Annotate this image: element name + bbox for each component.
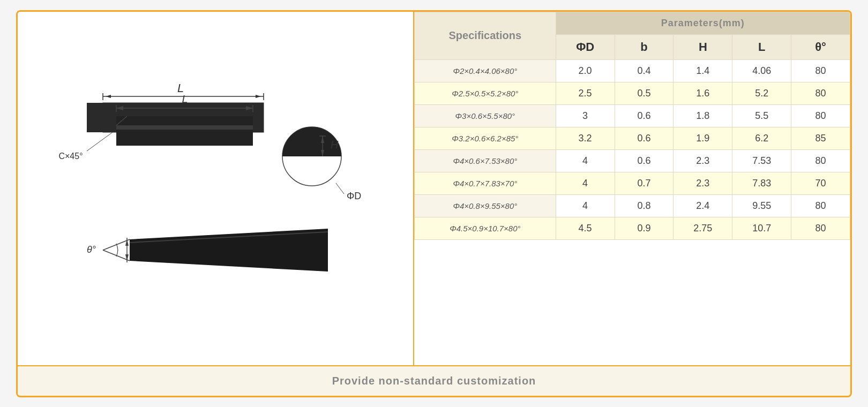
col-phiD: ΦD	[556, 34, 615, 59]
value-cell-L: 10.7	[732, 217, 791, 239]
value-cell-phiD: 4	[556, 194, 615, 217]
table-row: Φ4×0.6×7.53×80°40.62.37.5380	[415, 149, 850, 172]
svg-text:L: L	[182, 93, 188, 105]
svg-marker-29	[130, 229, 328, 272]
value-cell-phiD: 3	[556, 104, 615, 127]
table-row: Φ3×0.6×5.5×80°30.61.85.580	[415, 104, 850, 127]
svg-marker-3	[106, 95, 111, 98]
table-row: Φ3.2×0.6×6.2×85°3.20.61.96.285	[415, 127, 850, 149]
table-area: Specifications Parameters(mm) ΦD b H L θ…	[414, 12, 850, 365]
spec-name-cell: Φ2.5×0.5×5.2×80°	[415, 82, 556, 104]
table-row: Φ2×0.4×4.06×80°2.00.41.44.0680	[415, 59, 850, 82]
value-cell-phiD: 4	[556, 149, 615, 172]
value-cell-theta: 80	[791, 59, 850, 82]
value-cell-phiD: 4	[556, 172, 615, 194]
label-c45: C×45°	[58, 152, 83, 161]
value-cell-phiD: 2.0	[556, 59, 615, 82]
footer-bar: Provide non-standard customization	[18, 365, 850, 396]
spec-name-cell: Φ4.5×0.9×10.7×80°	[415, 217, 556, 239]
table-row: Φ4×0.8×9.55×80°40.82.49.5580	[415, 194, 850, 217]
value-cell-theta: 80	[791, 149, 850, 172]
svg-line-17	[87, 132, 113, 151]
label-phiD-diagram: ΦD	[347, 191, 361, 201]
value-cell-phiD: 4.5	[556, 217, 615, 239]
main-card: L L	[16, 10, 852, 397]
value-cell-L: 5.2	[732, 82, 791, 104]
value-cell-theta: 80	[791, 82, 850, 104]
table-row: Φ4.5×0.9×10.7×80°4.50.92.7510.780	[415, 217, 850, 239]
value-cell-H: 1.4	[674, 59, 732, 82]
svg-rect-15	[116, 125, 253, 130]
value-cell-b: 0.8	[615, 194, 674, 217]
value-cell-theta: 80	[791, 104, 850, 127]
spec-name-cell: Φ3×0.6×5.5×80°	[415, 104, 556, 127]
spec-name-cell: Φ3.2×0.6×6.2×85°	[415, 127, 556, 149]
header-specifications: Specifications	[415, 12, 556, 59]
value-cell-H: 2.4	[674, 194, 732, 217]
value-cell-b: 0.6	[615, 127, 674, 149]
value-cell-b: 0.4	[615, 59, 674, 82]
content-area: L L	[18, 12, 850, 365]
value-cell-theta: 80	[791, 217, 850, 239]
col-theta: θ°	[791, 34, 850, 59]
svg-marker-14	[116, 116, 253, 146]
col-b: b	[615, 34, 674, 59]
value-cell-L: 7.83	[732, 172, 791, 194]
value-cell-phiD: 3.2	[556, 127, 615, 149]
svg-marker-6	[87, 103, 103, 132]
specifications-table: Specifications Parameters(mm) ΦD b H L θ…	[414, 12, 850, 240]
side-view-tool: θ° b	[87, 229, 328, 272]
value-cell-L: 9.55	[732, 194, 791, 217]
diagram-area: L L	[18, 12, 414, 365]
value-cell-b: 0.6	[615, 149, 674, 172]
spec-name-cell: Φ4×0.8×9.55×80°	[415, 194, 556, 217]
value-cell-b: 0.7	[615, 172, 674, 194]
value-cell-H: 1.8	[674, 104, 732, 127]
svg-line-22	[336, 183, 344, 194]
spec-name-cell: Φ2×0.4×4.06×80°	[415, 59, 556, 82]
header-parameters: Parameters(mm)	[556, 12, 850, 34]
value-cell-L: 6.2	[732, 127, 791, 149]
value-cell-b: 0.5	[615, 82, 674, 104]
value-cell-H: 2.75	[674, 217, 732, 239]
spec-name-cell: Φ4×0.7×7.83×70°	[415, 172, 556, 194]
label-H-diagram: H	[331, 139, 339, 150]
value-cell-L: 7.53	[732, 149, 791, 172]
value-cell-theta: 80	[791, 194, 850, 217]
value-cell-b: 0.9	[615, 217, 674, 239]
col-H: H	[674, 34, 732, 59]
value-cell-L: 5.5	[732, 104, 791, 127]
svg-marker-4	[256, 95, 261, 98]
table-row: Φ2.5×0.5×5.2×80°2.50.51.65.280	[415, 82, 850, 104]
footer-label: Provide non-standard customization	[332, 375, 536, 387]
label-theta-diagram: θ°	[87, 244, 96, 255]
table-row: Φ4×0.7×7.83×70°40.72.37.8370	[415, 172, 850, 194]
value-cell-H: 2.3	[674, 172, 732, 194]
technical-diagram: L L	[33, 33, 398, 344]
value-cell-theta: 85	[791, 127, 850, 149]
value-cell-H: 1.6	[674, 82, 732, 104]
value-cell-L: 4.06	[732, 59, 791, 82]
value-cell-H: 2.3	[674, 149, 732, 172]
value-cell-b: 0.6	[615, 104, 674, 127]
value-cell-theta: 70	[791, 172, 850, 194]
value-cell-phiD: 2.5	[556, 82, 615, 104]
col-L: L	[732, 34, 791, 59]
end-view: H ΦD	[282, 127, 361, 201]
spec-name-cell: Φ4×0.6×7.53×80°	[415, 149, 556, 172]
value-cell-H: 1.9	[674, 127, 732, 149]
